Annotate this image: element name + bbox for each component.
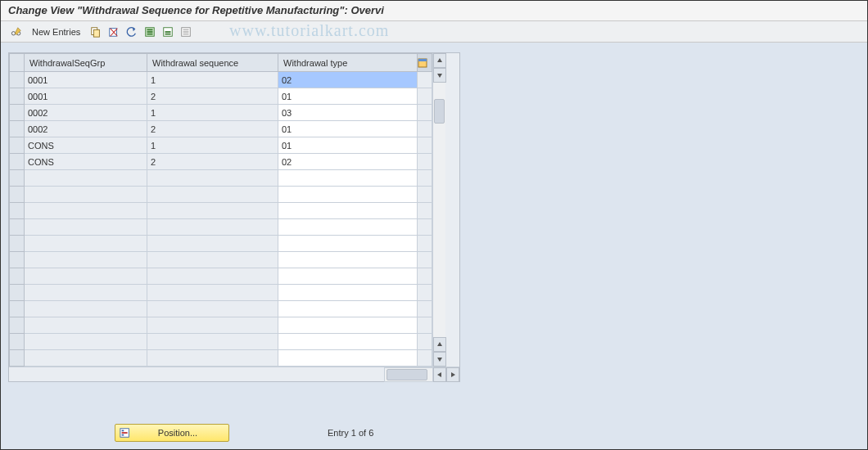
row-selector[interactable] <box>10 334 25 350</box>
scroll-up-button[interactable] <box>433 53 446 68</box>
type-input[interactable] <box>278 137 417 153</box>
toggle-display-change-button[interactable] <box>8 24 25 40</box>
position-button[interactable]: Position... <box>115 424 229 442</box>
cell-sequence <box>147 72 278 88</box>
scroll-thumb[interactable] <box>434 99 445 124</box>
deselect-all-button[interactable] <box>178 24 194 40</box>
cell-sequence <box>147 170 278 187</box>
row-selector[interactable] <box>10 121 25 137</box>
svg-rect-19 <box>122 430 124 432</box>
sequence-input[interactable] <box>147 88 278 104</box>
seqgrp-input[interactable] <box>25 105 147 120</box>
cell-sequence <box>147 268 278 285</box>
sequence-input[interactable] <box>147 72 278 88</box>
row-trailing <box>418 121 432 137</box>
row-trailing <box>418 88 432 105</box>
row-selector[interactable] <box>10 72 25 88</box>
table-row <box>10 170 432 187</box>
sequence-input[interactable] <box>147 137 278 153</box>
sequence-input[interactable] <box>147 154 278 169</box>
row-selector[interactable] <box>10 252 25 268</box>
seqgrp-input[interactable] <box>25 72 147 88</box>
cell-type <box>278 187 418 203</box>
row-selector[interactable] <box>10 350 25 367</box>
scroll-down-button[interactable] <box>433 68 446 83</box>
copy-as-button[interactable] <box>88 24 104 40</box>
cell-sequence <box>147 137 278 154</box>
select-block-button[interactable] <box>160 24 176 40</box>
hscroll-thumb[interactable] <box>387 369 427 380</box>
type-input[interactable] <box>278 105 417 120</box>
row-selector[interactable] <box>10 317 25 334</box>
type-input[interactable] <box>278 88 417 104</box>
cell-seqgrp <box>25 170 147 187</box>
delete-icon <box>108 26 120 38</box>
cell-type <box>278 236 418 252</box>
cell-seqgrp <box>25 236 147 252</box>
table-settings-icon <box>418 58 427 68</box>
type-input[interactable] <box>278 154 417 169</box>
seqgrp-input[interactable] <box>25 121 147 137</box>
row-trailing <box>418 236 432 252</box>
cell-type <box>278 219 418 236</box>
scroll-track[interactable] <box>433 83 445 337</box>
position-icon <box>119 426 132 439</box>
cell-seqgrp <box>25 154 147 170</box>
triangle-down-icon <box>436 72 443 79</box>
row-trailing <box>418 268 432 285</box>
row-selector[interactable] <box>10 301 25 317</box>
triangle-up-icon <box>436 57 443 64</box>
sequence-input[interactable] <box>147 105 278 120</box>
triangle-right-icon <box>450 371 456 378</box>
col-header-type[interactable]: Withdrawal type <box>278 54 418 72</box>
row-selector[interactable] <box>10 285 25 301</box>
cell-sequence <box>147 219 278 236</box>
scroll-down-button-bottom[interactable] <box>433 352 446 367</box>
select-all-button[interactable] <box>142 24 158 40</box>
hscroll-track[interactable] <box>384 367 433 382</box>
row-selector[interactable] <box>10 105 25 121</box>
row-selector[interactable] <box>10 236 25 252</box>
row-selector[interactable] <box>10 187 25 203</box>
table-settings-button[interactable] <box>418 54 432 72</box>
type-input[interactable] <box>278 72 417 88</box>
seqgrp-input[interactable] <box>25 154 147 169</box>
cell-sequence <box>147 187 278 203</box>
row-selector[interactable] <box>10 154 25 170</box>
cell-seqgrp <box>25 72 147 88</box>
row-selector[interactable] <box>10 219 25 236</box>
cell-seqgrp <box>25 105 147 121</box>
cell-sequence <box>147 285 278 301</box>
scroll-up-button-bottom[interactable] <box>433 337 446 352</box>
cell-type <box>278 154 418 170</box>
sequence-input[interactable] <box>147 121 278 137</box>
col-header-sequence[interactable]: Withdrawal sequence <box>147 54 278 72</box>
title-bar: Change View "Withdrawal Sequence for Rep… <box>0 0 868 21</box>
cell-type <box>278 72 418 88</box>
triangle-down-icon <box>436 356 443 362</box>
hscroll-left-button[interactable] <box>433 367 446 382</box>
row-selector[interactable] <box>10 203 25 219</box>
cell-type <box>278 301 418 317</box>
seqgrp-input[interactable] <box>25 88 147 104</box>
undo-icon <box>126 26 138 38</box>
row-selector[interactable] <box>10 137 25 154</box>
row-selector[interactable] <box>10 88 25 105</box>
cell-seqgrp <box>25 334 147 350</box>
type-input[interactable] <box>278 121 417 137</box>
cell-sequence <box>147 350 278 367</box>
cell-seqgrp <box>25 285 147 301</box>
new-entries-button[interactable]: New Entries <box>26 24 86 40</box>
svg-rect-8 <box>147 33 153 34</box>
row-selector[interactable] <box>10 170 25 187</box>
cell-type <box>278 203 418 219</box>
delete-button[interactable] <box>106 24 122 40</box>
row-selector-header[interactable] <box>10 54 25 72</box>
row-selector[interactable] <box>10 268 25 285</box>
seqgrp-input[interactable] <box>25 137 147 153</box>
cell-sequence <box>147 121 278 137</box>
svg-rect-17 <box>418 59 427 61</box>
undo-button[interactable] <box>124 24 140 40</box>
col-header-seqgrp[interactable]: WithdrawalSeqGrp <box>25 54 147 72</box>
hscroll-right-button[interactable] <box>446 367 459 382</box>
